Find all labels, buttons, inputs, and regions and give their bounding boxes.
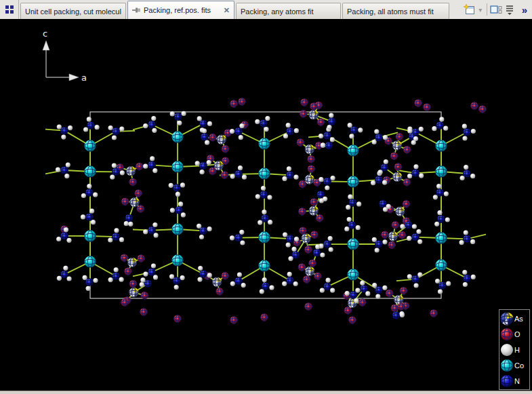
new-view-dropdown-icon[interactable]: ▾: [476, 6, 485, 14]
status-bar: [0, 391, 532, 394]
dock-grid-button[interactable]: [0, 0, 19, 19]
legend-entry-as: As: [499, 311, 529, 326]
tab-label: Packing, all atoms must fit: [347, 7, 445, 16]
tab-packing-any-atoms-fit[interactable]: Packing, any atoms fit: [236, 3, 341, 19]
axis-c-arrow-icon: [43, 41, 49, 50]
co-atom-icon: [499, 358, 514, 373]
legend-entry-n: N: [499, 373, 529, 389]
views-list-button[interactable]: [503, 2, 516, 17]
tab-unit-cell-packing[interactable]: Unit cell packing, cut molecul...: [20, 3, 126, 19]
close-tab-icon[interactable]: ✕: [224, 7, 230, 14]
legend-label: N: [514, 377, 520, 385]
overflow-chevron-icon[interactable]: »: [522, 4, 527, 16]
legend-label: As: [514, 315, 523, 323]
h-atom-icon: [499, 342, 514, 357]
tab-label: Unit cell packing, cut molecul...: [25, 7, 121, 16]
axis-c-label: c: [43, 28, 47, 39]
n-atom-icon: [499, 374, 514, 389]
as-atom-icon: [499, 311, 514, 326]
new-view-button[interactable]: [463, 2, 476, 17]
tab-toolbar: ▾ »: [463, 0, 532, 19]
legend-entry-co: Co: [499, 357, 529, 373]
o-atom-icon: [499, 327, 514, 342]
list-menu-icon: [505, 5, 514, 15]
tab-label: Packing, ref.pos. fits: [144, 6, 221, 14]
tab-packing-refpos-fits[interactable]: Packing, ref.pos. fits ✕: [127, 1, 234, 19]
toolbar-separator: [487, 3, 487, 16]
axis-a-arrow-icon: [69, 74, 79, 81]
legend-label: O: [514, 330, 520, 338]
tab-bar: Unit cell packing, cut molecul... Packin…: [0, 0, 532, 19]
tab-label: Packing, any atoms fit: [241, 7, 336, 16]
legend-entry-o: O: [499, 326, 529, 342]
atom-legend: As O H Co N: [499, 309, 530, 390]
axis-widget: c a: [27, 26, 115, 94]
arrange-views-button[interactable]: [489, 2, 503, 17]
legend-label: Co: [514, 361, 524, 370]
tile-windows-icon: [490, 5, 502, 14]
application-window: Unit cell packing, cut molecul... Packin…: [0, 0, 532, 394]
structure-viewport[interactable]: c a: [0, 19, 532, 391]
legend-label: H: [514, 346, 520, 354]
pin-icon[interactable]: [132, 6, 141, 14]
dock-grid-icon: [5, 5, 14, 14]
axis-a-label: a: [81, 73, 87, 83]
legend-entry-h: H: [499, 342, 529, 357]
tab-packing-all-atoms-must-fit[interactable]: Packing, all atoms must fit: [342, 3, 449, 19]
new-window-icon: [464, 4, 475, 15]
